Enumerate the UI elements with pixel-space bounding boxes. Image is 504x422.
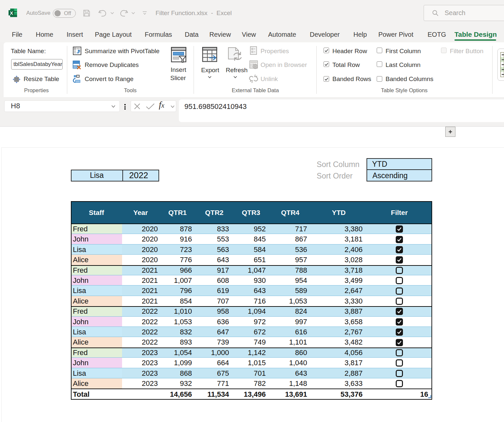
- svg-text:X: X: [10, 10, 13, 16]
